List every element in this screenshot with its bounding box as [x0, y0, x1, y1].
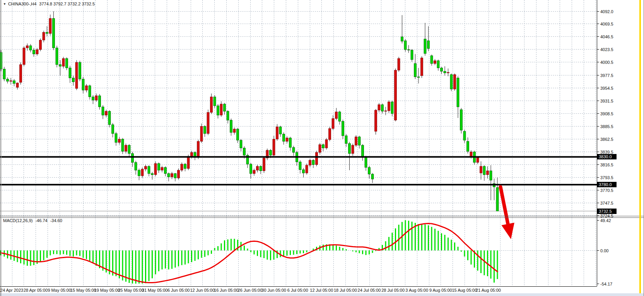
candle-bearish	[204, 126, 206, 133]
macd-tick-label: 49.42	[600, 218, 611, 223]
time-tick-label: 28 Apr 05:00	[24, 288, 48, 293]
candle-bullish	[395, 70, 397, 120]
candle-bearish	[240, 140, 242, 148]
candle-bearish	[430, 56, 433, 63]
candle-bullish	[23, 48, 25, 65]
candle-bearish	[184, 164, 186, 168]
candle-bearish	[322, 145, 325, 148]
price-line-tag-text: 3780.0	[599, 182, 612, 187]
symbol-period-text: CHINA300-,H4	[8, 2, 36, 6]
candle-bearish	[345, 136, 347, 144]
candle-bearish	[69, 68, 71, 78]
candle-bearish	[457, 78, 459, 107]
candle-bullish	[398, 58, 400, 70]
candle-bearish	[411, 50, 413, 60]
candle-bullish	[355, 137, 357, 145]
candle-bearish	[348, 144, 351, 154]
candle-bearish	[230, 120, 232, 133]
price-tick-label: 3977.5	[600, 73, 613, 78]
candle-bullish	[316, 152, 318, 165]
window-bottom-strip	[0, 293, 644, 296]
time-tick-label: 12 Jun 05:00	[190, 288, 215, 293]
time-axis[interactable]: 24 Apr 202328 Apr 05:009 May 05:0015 May…	[0, 288, 501, 293]
candle-bullish	[447, 72, 449, 73]
time-tick-label: 6 Jul 05:00	[287, 288, 308, 293]
candle-bearish	[437, 61, 439, 68]
candle-bearish	[174, 174, 176, 178]
candle-bearish	[128, 145, 130, 154]
candle-bearish	[89, 86, 91, 97]
candle-bullish	[207, 112, 209, 133]
candle-bearish	[391, 102, 393, 113]
price-tick-label: 3908.5	[600, 111, 613, 116]
candle-bearish	[112, 125, 114, 133]
candle-bearish	[279, 127, 282, 134]
candle-bearish	[342, 121, 344, 135]
candle-bullish	[171, 174, 173, 177]
time-tick-label: 26 Jun 05:00	[238, 288, 263, 293]
candle-bullish	[105, 111, 108, 115]
candle-bullish	[332, 118, 334, 128]
candle-bearish	[490, 171, 492, 180]
time-tick-label: 31 May 05:00	[142, 288, 168, 293]
candle-bearish	[13, 81, 15, 84]
candle-bearish	[217, 106, 219, 115]
candle-bearish	[460, 110, 463, 130]
price-tick-label: 3816.5	[600, 163, 613, 167]
macd-tick-label: -54.17	[600, 282, 612, 286]
candle-bearish	[148, 166, 150, 174]
candle-bullish	[197, 141, 200, 157]
current-price-tag: 3732.5	[597, 209, 617, 214]
candle-bearish	[29, 46, 32, 50]
candle-bullish	[118, 139, 121, 142]
candle-bearish	[243, 148, 246, 155]
price-tick-label: 4000.5	[600, 60, 613, 65]
candle-bullish	[480, 166, 482, 173]
candle-bullish	[256, 166, 259, 170]
time-tick-label: 3 Aug 05:00	[405, 288, 428, 293]
time-tick-label: 9 Aug 05:00	[429, 288, 452, 293]
candle-bullish	[187, 156, 190, 169]
candle-bullish	[210, 97, 213, 112]
candle-bearish	[53, 19, 55, 48]
macd-tick-label: 0.00	[600, 248, 608, 253]
time-tick-label: 24 Jul 05:00	[358, 288, 381, 293]
price-tick-label: 3770.5	[600, 188, 613, 193]
trading-chart-window: 4092.04069.54046.54023.54000.53977.53954…	[0, 0, 644, 296]
candle-bearish	[467, 141, 469, 151]
candle-bearish	[371, 174, 374, 179]
price-tick-label: 4023.5	[600, 47, 613, 52]
candle-bearish	[414, 63, 417, 77]
time-tick-label: 16 Jun 05:00	[214, 288, 239, 293]
candle-bullish	[145, 166, 147, 169]
symbol-dropdown-icon[interactable]: ▼	[3, 2, 6, 6]
candle-bearish	[82, 79, 84, 90]
candle-bullish	[141, 169, 143, 176]
candle-bullish	[16, 83, 19, 87]
candle-bearish	[102, 107, 104, 115]
time-tick-label: 21 Aug 05:00	[476, 288, 501, 293]
candle-bearish	[299, 162, 301, 169]
candle-bullish	[421, 58, 423, 76]
candle-bearish	[66, 58, 68, 68]
candle-bullish	[233, 129, 236, 133]
candle-bullish	[378, 104, 380, 110]
price-tick-label: 3724.5	[600, 214, 613, 218]
candle-bearish	[424, 39, 426, 53]
candle-bullish	[306, 165, 308, 173]
candle-bearish	[381, 104, 384, 111]
candle-bullish	[325, 140, 328, 148]
candle-bearish	[401, 37, 403, 41]
candle-bullish	[39, 40, 42, 50]
time-tick-label: 30 Jun 05:00	[261, 288, 286, 293]
candle-bearish	[427, 41, 430, 48]
candle-bearish	[270, 150, 272, 155]
candle-bearish	[358, 137, 360, 145]
candle-bearish	[362, 145, 364, 157]
candle-bearish	[167, 174, 170, 177]
candle-bullish	[352, 145, 354, 154]
candle-bullish	[10, 81, 12, 82]
candle-bullish	[95, 96, 97, 100]
price-chart-canvas[interactable]: 4092.04069.54046.54023.54000.53977.53954…	[0, 0, 644, 296]
price-tick-label: 3862.5	[600, 137, 613, 142]
